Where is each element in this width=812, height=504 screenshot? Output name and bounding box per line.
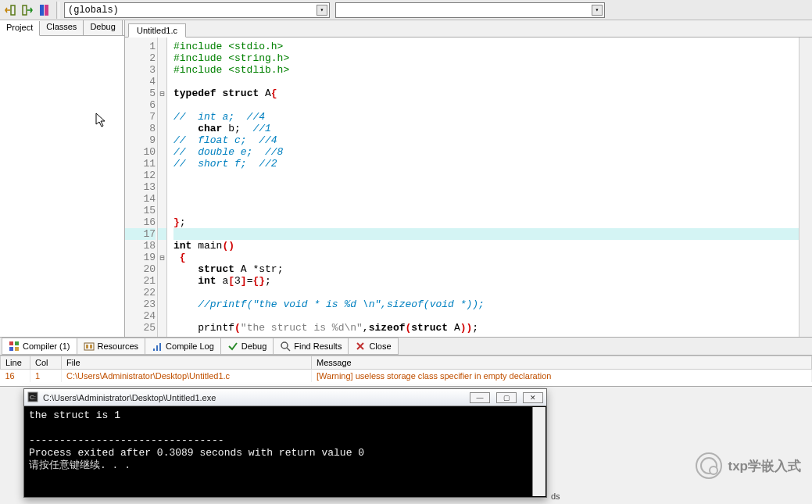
- fold-gutter[interactable]: ⊟⊟: [158, 38, 167, 337]
- line-numbers: 1234567891011121314151617181920212223242…: [125, 38, 158, 337]
- col-line[interactable]: Line: [1, 356, 30, 370]
- maximize-button[interactable]: ▢: [496, 392, 517, 403]
- console-titlebar[interactable]: C: C:\Users\Administrator\Desktop\Untitl…: [24, 389, 546, 406]
- col-message[interactable]: Message: [312, 356, 812, 370]
- chevron-down-icon[interactable]: ▾: [592, 5, 603, 16]
- console-title: C:\Users\Administrator\Desktop\Untitled1…: [43, 393, 216, 402]
- svg-rect-8: [84, 343, 94, 350]
- tab-project[interactable]: Project: [0, 21, 40, 36]
- tab-label: Compile Log: [166, 341, 214, 351]
- watermark-text: txp学嵌入式: [728, 457, 802, 475]
- svg-text:C:: C:: [30, 394, 36, 401]
- tab-label: Debug: [241, 341, 266, 351]
- code-area[interactable]: #include <stdio.h>#include <string.h>#in…: [167, 38, 799, 337]
- cell-col: 1: [30, 370, 62, 383]
- check-icon: [227, 341, 238, 352]
- tab-close[interactable]: Close: [348, 338, 398, 355]
- tab-compiler[interactable]: Compiler (1): [2, 338, 77, 355]
- svg-rect-6: [9, 347, 13, 351]
- console-line: Process exited after 0.3089 seconds with…: [29, 447, 364, 459]
- col-file[interactable]: File: [62, 356, 312, 370]
- console-scrollbar[interactable]: [532, 407, 546, 496]
- resources-icon: [84, 341, 95, 352]
- svg-rect-5: [15, 341, 19, 345]
- svg-rect-13: [159, 343, 161, 351]
- back-icon[interactable]: [3, 3, 17, 17]
- console-window[interactable]: C: C:\Users\Administrator\Desktop\Untitl…: [23, 388, 547, 498]
- separator: [56, 2, 59, 19]
- close-button[interactable]: ✕: [523, 392, 543, 403]
- console-line: --------------------------------: [29, 434, 224, 446]
- svg-rect-10: [90, 345, 92, 349]
- file-tab-active[interactable]: Untitled1.c: [128, 23, 186, 38]
- svg-rect-4: [9, 341, 13, 345]
- compiler-icon: [9, 341, 20, 352]
- compiler-messages: Line Col File Message 16 1 C:\Users\Admi…: [0, 356, 812, 387]
- tab-debug-bottom[interactable]: Debug: [220, 338, 274, 355]
- console-line: the struct is 1: [29, 409, 120, 421]
- svg-rect-9: [86, 345, 88, 349]
- console-line: 请按任意键继续. . .: [29, 459, 131, 471]
- window-buttons: — ▢ ✕: [470, 392, 543, 403]
- tab-label: Resources: [98, 341, 139, 351]
- scope-value: (globals): [68, 5, 119, 16]
- left-panel: Project Classes Debug: [0, 20, 125, 337]
- chevron-down-icon[interactable]: ▾: [317, 5, 327, 16]
- wechat-icon: [696, 452, 722, 479]
- svg-rect-1: [23, 5, 27, 15]
- symbol-combo[interactable]: ▾: [335, 2, 605, 18]
- minimize-button[interactable]: —: [470, 392, 490, 403]
- table-header-row: Line Col File Message: [1, 356, 812, 370]
- tab-debug[interactable]: Debug: [84, 20, 122, 35]
- tab-label: Find Results: [294, 341, 342, 351]
- cell-file: C:\Users\Administrator\Desktop\Untitled1…: [62, 370, 312, 383]
- forward-icon[interactable]: [20, 3, 34, 17]
- console-area: C: C:\Users\Administrator\Desktop\Untitl…: [0, 387, 812, 502]
- tab-compile-log[interactable]: Compile Log: [145, 338, 221, 355]
- main-area: Project Classes Debug Untitled1.c 123456…: [0, 20, 812, 337]
- bottom-tabs: Compiler (1) Resources Compile Log Debug…: [0, 337, 812, 356]
- tab-resources[interactable]: Resources: [77, 338, 146, 355]
- search-icon: [280, 341, 291, 352]
- svg-rect-0: [11, 5, 15, 15]
- watermark: txp学嵌入式: [696, 452, 802, 479]
- console-body: the struct is 1 ------------------------…: [24, 406, 546, 475]
- log-icon: [152, 341, 163, 352]
- cell-message: [Warning] useless storage class specifie…: [312, 370, 812, 383]
- col-col[interactable]: Col: [30, 356, 62, 370]
- close-icon: [355, 341, 366, 352]
- left-tabs: Project Classes Debug: [0, 20, 124, 36]
- tab-classes[interactable]: Classes: [40, 20, 84, 35]
- tab-label: Compiler (1): [23, 341, 70, 351]
- exe-icon: C:: [27, 391, 40, 404]
- vertical-scrollbar[interactable]: [799, 38, 812, 337]
- tab-find-results[interactable]: Find Results: [273, 338, 349, 355]
- footer-hint: ds: [551, 491, 560, 501]
- svg-line-15: [287, 348, 290, 351]
- svg-rect-2: [40, 5, 44, 16]
- svg-point-14: [281, 342, 288, 349]
- svg-rect-3: [45, 5, 48, 16]
- svg-rect-7: [15, 347, 19, 351]
- svg-rect-12: [156, 345, 158, 351]
- file-tabs: Untitled1.c: [125, 20, 812, 38]
- svg-rect-11: [153, 349, 155, 351]
- table-row[interactable]: 16 1 C:\Users\Administrator\Desktop\Unti…: [1, 370, 812, 383]
- cell-line: 16: [1, 370, 30, 383]
- scope-combo[interactable]: (globals) ▾: [64, 2, 330, 18]
- code-editor[interactable]: 1234567891011121314151617181920212223242…: [125, 38, 812, 337]
- tab-label: Close: [369, 341, 391, 351]
- book-icon[interactable]: [38, 3, 52, 17]
- editor-panel: Untitled1.c 1234567891011121314151617181…: [125, 20, 812, 337]
- toolbar: (globals) ▾ ▾: [0, 0, 812, 20]
